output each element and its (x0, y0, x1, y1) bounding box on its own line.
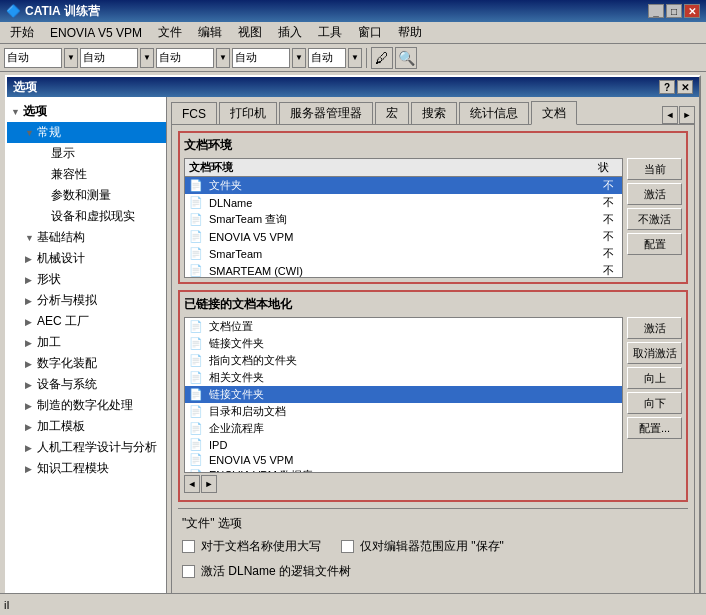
combo-arrow-3[interactable]: ▼ (216, 48, 230, 68)
doc-env-list-item[interactable]: 📄ENOVIA V5 VPM不 (185, 228, 622, 245)
tree-item[interactable]: ▶人机工程学设计与分析 (7, 437, 166, 458)
tree-item[interactable]: 显示 (7, 143, 166, 164)
doc-env-list-item[interactable]: 📄SmarTeam不 (185, 245, 622, 262)
combo-arrow-4[interactable]: ▼ (292, 48, 306, 68)
local-list-item[interactable]: 📄链接文件夹 (185, 386, 622, 403)
local-list-item[interactable]: 📄指向文档的文件夹 (185, 352, 622, 369)
tree-item[interactable]: 参数和测量 (7, 185, 166, 206)
checkbox-0[interactable] (182, 540, 195, 553)
tree-item[interactable]: ▶加工模板 (7, 416, 166, 437)
tabs-container: FCS打印机服务器管理器宏搜索统计信息文档 ◄ ► (171, 101, 695, 124)
tree-item[interactable]: ▼常规 (7, 122, 166, 143)
toolbar-btn-1[interactable]: 🖊 (371, 47, 393, 69)
checkbox-1[interactable] (341, 540, 354, 553)
tree-item[interactable]: ▶设备与系统 (7, 374, 166, 395)
local-row-icon: 📄 (189, 453, 209, 466)
doc-action-激活[interactable]: 激活 (627, 183, 682, 205)
local-list-item[interactable]: 📄相关文件夹 (185, 369, 622, 386)
menu-tools[interactable]: 工具 (312, 22, 348, 43)
tab-服务器管理器[interactable]: 服务器管理器 (279, 102, 373, 124)
checkbox-2[interactable] (182, 565, 195, 578)
tab-搜索[interactable]: 搜索 (411, 102, 457, 124)
local-list-item[interactable]: 📄文档位置 (185, 318, 622, 335)
tab-统计信息[interactable]: 统计信息 (459, 102, 529, 124)
app-icon: 🔷 (6, 4, 21, 18)
toolbar-combo-1: 自动 ▼ (4, 48, 78, 68)
menu-bar: 开始 ENOVIA V5 VPM 文件 编辑 视图 插入 工具 窗口 帮助 (0, 22, 706, 44)
tree-item[interactable]: 兼容性 (7, 164, 166, 185)
doc-env-list[interactable]: 文档环境状📄文件夹不📄DLName不📄SmarTeam 查询不📄ENOVIA V… (184, 158, 623, 278)
tree-item[interactable]: ▼选项 (7, 101, 166, 122)
tree-item[interactable]: ▶形状 (7, 269, 166, 290)
tree-item[interactable]: ▶加工 (7, 332, 166, 353)
local-row-name: ENOVIA V5 VPM (209, 454, 618, 466)
tree-item-label: 形状 (37, 271, 61, 288)
doc-action-不激活[interactable]: 不激活 (627, 208, 682, 230)
menu-view[interactable]: 视图 (232, 22, 268, 43)
tab-nav-next[interactable]: ► (679, 106, 695, 124)
local-section: 已链接的文档本地化 📄文档位置📄链接文件夹📄指向文档的文件夹📄相关文件夹📄链接文… (178, 290, 688, 502)
tab-文档[interactable]: 文档 (531, 101, 577, 125)
menu-file[interactable]: 文件 (152, 22, 188, 43)
toolbar-btn-2[interactable]: 🔍 (395, 47, 417, 69)
tree-item[interactable]: 设备和虚拟现实 (7, 206, 166, 227)
tree-item[interactable]: ▶知识工程模块 (7, 458, 166, 479)
tree-item[interactable]: ▶分析与模拟 (7, 290, 166, 311)
close-button[interactable]: ✕ (684, 4, 700, 18)
doc-action-配置[interactable]: 配置 (627, 233, 682, 255)
tree-item[interactable]: ▼基础结构 (7, 227, 166, 248)
local-action-向下[interactable]: 向下 (627, 392, 682, 414)
tree-item[interactable]: ▶制造的数字化处理 (7, 395, 166, 416)
maximize-button[interactable]: □ (666, 4, 682, 18)
menu-insert[interactable]: 插入 (272, 22, 308, 43)
combo-arrow-2[interactable]: ▼ (140, 48, 154, 68)
doc-env-list-item[interactable]: 📄SmarTeam 查询不 (185, 211, 622, 228)
local-nav-left[interactable]: ◄ (184, 475, 200, 493)
tree-item[interactable]: ▶AEC 工厂 (7, 311, 166, 332)
local-action-配置...[interactable]: 配置... (627, 417, 682, 439)
local-row-name: 链接文件夹 (209, 387, 618, 402)
combo-box-3[interactable]: 自动 (156, 48, 214, 68)
doc-env-list-item[interactable]: 📄文件夹不 (185, 177, 622, 194)
tab-打印机[interactable]: 打印机 (219, 102, 277, 124)
tree-item[interactable]: ▶机械设计 (7, 248, 166, 269)
combo-arrow-1[interactable]: ▼ (64, 48, 78, 68)
dialog-help-button[interactable]: ? (659, 80, 675, 94)
local-action-向上[interactable]: 向上 (627, 367, 682, 389)
menu-enovia[interactable]: ENOVIA V5 VPM (44, 24, 148, 42)
menu-window[interactable]: 窗口 (352, 22, 388, 43)
local-list-item[interactable]: 📄ENOVIA V5 VPM (185, 452, 622, 467)
minimize-button[interactable]: _ (648, 4, 664, 18)
menu-help[interactable]: 帮助 (392, 22, 428, 43)
local-row-name: 企业流程库 (209, 421, 618, 436)
combo-box-2[interactable]: 自动 (80, 48, 138, 68)
combo-arrow-5[interactable]: ▼ (348, 48, 362, 68)
local-list-item[interactable]: 📄ENOVIA VPM 数据库 (185, 467, 622, 473)
local-list-item[interactable]: 📄企业流程库 (185, 420, 622, 437)
menu-edit[interactable]: 编辑 (192, 22, 228, 43)
tree-arrow-icon: ▶ (25, 338, 35, 348)
combo-box-5[interactable]: 自动 (308, 48, 346, 68)
tab-FCS[interactable]: FCS (171, 102, 217, 124)
doc-env-list-item[interactable]: 文档环境状 (185, 159, 622, 177)
doc-env-list-item[interactable]: 📄SMARTEAM (CWI)不 (185, 262, 622, 278)
dialog-close-button[interactable]: ✕ (677, 80, 693, 94)
local-action-激活[interactable]: 激活 (627, 317, 682, 339)
tree-item[interactable]: ▶数字化装配 (7, 353, 166, 374)
local-list-item[interactable]: 📄目录和启动文档 (185, 403, 622, 420)
menu-start[interactable]: 开始 (4, 22, 40, 43)
local-nav-right[interactable]: ► (201, 475, 217, 493)
local-list-item[interactable]: 📄IPD (185, 437, 622, 452)
checkbox-label-0: 对于文档名称使用大写 (201, 538, 321, 555)
local-list-item[interactable]: 📄链接文件夹 (185, 335, 622, 352)
local-list[interactable]: 📄文档位置📄链接文件夹📄指向文档的文件夹📄相关文件夹📄链接文件夹📄目录和启动文档… (184, 317, 623, 473)
tab-宏[interactable]: 宏 (375, 102, 409, 124)
tree-item-label: AEC 工厂 (37, 313, 89, 330)
doc-action-当前[interactable]: 当前 (627, 158, 682, 180)
local-action-取消激活[interactable]: 取消激活 (627, 342, 682, 364)
combo-box-4[interactable]: 自动 (232, 48, 290, 68)
combo-box-1[interactable]: 自动 (4, 48, 62, 68)
checkbox-row-combined: 对于文档名称使用大写仅对编辑器范围应用 "保存" (182, 538, 684, 559)
doc-env-list-item[interactable]: 📄DLName不 (185, 194, 622, 211)
tab-nav-prev[interactable]: ◄ (662, 106, 678, 124)
